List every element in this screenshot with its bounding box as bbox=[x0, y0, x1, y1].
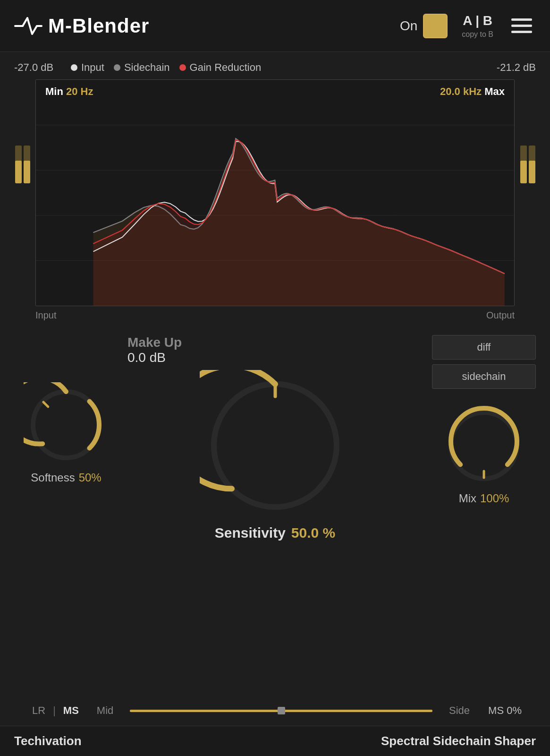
plugin-container: M-Blender On A | B copy to B -27.0 dB bbox=[0, 0, 550, 756]
logo-icon bbox=[14, 14, 42, 38]
makeup-label: Make Up bbox=[127, 335, 182, 350]
input-db: -27.0 dB bbox=[14, 61, 61, 74]
mix-label-row: Mix 100% bbox=[459, 492, 509, 505]
gain-reduction-label: Gain Reduction bbox=[190, 61, 262, 74]
mix-value: 100% bbox=[480, 492, 509, 505]
spectrum-wrapper: Min 20 Hz 20.0 kHz Max bbox=[14, 79, 536, 306]
sensitivity-knob[interactable] bbox=[200, 370, 351, 521]
copy-to-b-label: copy to B bbox=[462, 30, 493, 39]
spectrum-meter-labels: Input Output bbox=[14, 310, 536, 321]
app-title: M-Blender bbox=[48, 15, 149, 37]
sidechain-button[interactable]: sidechain bbox=[432, 364, 536, 389]
main-controls: Softness 50% Make Up 0.0 dB bbox=[14, 335, 536, 696]
softness-knob[interactable] bbox=[24, 382, 109, 467]
input-meter-label: Input bbox=[35, 310, 56, 321]
output-vu-meter bbox=[519, 79, 536, 306]
ms-slider[interactable] bbox=[130, 704, 432, 718]
header: M-Blender On A | B copy to B bbox=[0, 0, 550, 52]
bottom-bar: LR | MS Mid Side MS 0% bbox=[14, 696, 536, 726]
sidechain-label: Sidechain bbox=[124, 61, 170, 74]
right-buttons: diff sidechain bbox=[432, 335, 536, 389]
input-dot bbox=[71, 64, 77, 71]
sensitivity-label-row: Sensitivity 50.0 % bbox=[215, 525, 335, 541]
sidechain-meter-item: Sidechain bbox=[114, 61, 170, 74]
toggle-box[interactable] bbox=[423, 14, 448, 38]
mix-label: Mix bbox=[459, 492, 476, 505]
sensitivity-label: Sensitivity bbox=[215, 525, 286, 541]
ms-slider-thumb[interactable] bbox=[278, 707, 285, 714]
diff-button[interactable]: diff bbox=[432, 335, 536, 360]
freq-min-label: Min bbox=[45, 86, 63, 97]
meter-labels: -27.0 dB Input Sidechain Gain Reduction … bbox=[14, 61, 536, 74]
vu-bar-r bbox=[24, 146, 30, 183]
softness-label: Softness bbox=[31, 471, 75, 484]
gain-reduction-dot bbox=[179, 64, 186, 71]
vu-pair-right bbox=[520, 146, 535, 240]
controls-section: Softness 50% Make Up 0.0 dB bbox=[0, 326, 550, 726]
spectrum-canvas bbox=[36, 80, 514, 306]
footer-brand: Techivation bbox=[14, 734, 82, 748]
makeup-value: 0.0 dB bbox=[127, 350, 182, 365]
side-label: Side bbox=[449, 704, 470, 717]
vu-bar-l bbox=[15, 146, 22, 183]
vu-bar-r1 bbox=[520, 146, 527, 183]
softness-value: 50% bbox=[79, 471, 102, 484]
mid-label: Mid bbox=[97, 704, 113, 717]
input-label: Input bbox=[81, 61, 104, 74]
freq-max-label: Max bbox=[484, 86, 505, 97]
sidechain-dot bbox=[114, 64, 120, 71]
softness-knob-container: Softness 50% bbox=[24, 382, 109, 484]
input-vu-meter bbox=[14, 79, 31, 306]
mix-knob-container: Mix 100% bbox=[441, 403, 526, 505]
ms-label[interactable]: MS bbox=[59, 703, 83, 719]
svg-line-2 bbox=[43, 402, 48, 407]
freq-labels: Min 20 Hz 20.0 kHz Max bbox=[36, 86, 514, 98]
mix-knob[interactable] bbox=[441, 403, 526, 488]
ms-value: MS 0% bbox=[484, 704, 522, 717]
sensitivity-value: 50.0 % bbox=[291, 525, 335, 541]
lr-label[interactable]: LR bbox=[28, 703, 49, 719]
menu-icon[interactable] bbox=[508, 15, 536, 37]
spectrum-display[interactable]: Min 20 Hz 20.0 kHz Max bbox=[35, 79, 515, 306]
header-logo: M-Blender bbox=[14, 14, 400, 38]
freq-max-val: 20.0 kHz bbox=[440, 86, 482, 97]
softness-control: Softness 50% bbox=[14, 335, 118, 484]
lr-ms-toggle[interactable]: LR | MS bbox=[28, 703, 83, 719]
ab-label: A | B bbox=[463, 13, 492, 28]
on-toggle[interactable]: On bbox=[400, 14, 448, 38]
makeup-info: Make Up 0.0 dB bbox=[127, 335, 182, 365]
svg-point-5 bbox=[451, 412, 517, 479]
center-control: Make Up 0.0 dB Sensitivity bbox=[127, 335, 423, 541]
header-controls: On A | B copy to B bbox=[400, 13, 536, 39]
right-control: diff sidechain Mix 100% bbox=[432, 335, 536, 505]
footer-product: Spectral Sidechain Shaper bbox=[381, 734, 536, 748]
input-meter-item: Input bbox=[71, 61, 104, 74]
footer: Techivation Spectral Sidechain Shaper bbox=[0, 726, 550, 756]
vu-pair-left bbox=[15, 146, 30, 240]
output-meter-label: Output bbox=[486, 310, 515, 321]
gain-reduction-db: -21.2 dB bbox=[497, 61, 536, 74]
softness-label-row: Softness 50% bbox=[31, 471, 101, 484]
sensitivity-knob-container: Sensitivity 50.0 % bbox=[200, 370, 351, 541]
ab-section[interactable]: A | B copy to B bbox=[462, 13, 493, 39]
ms-slider-track bbox=[130, 710, 432, 712]
vu-bar-r2 bbox=[529, 146, 535, 183]
gain-reduction-meter-item: Gain Reduction bbox=[179, 61, 262, 74]
freq-min-val: 20 Hz bbox=[66, 86, 93, 97]
analyzer-section: -27.0 dB Input Sidechain Gain Reduction … bbox=[0, 52, 550, 326]
on-label: On bbox=[400, 18, 417, 34]
